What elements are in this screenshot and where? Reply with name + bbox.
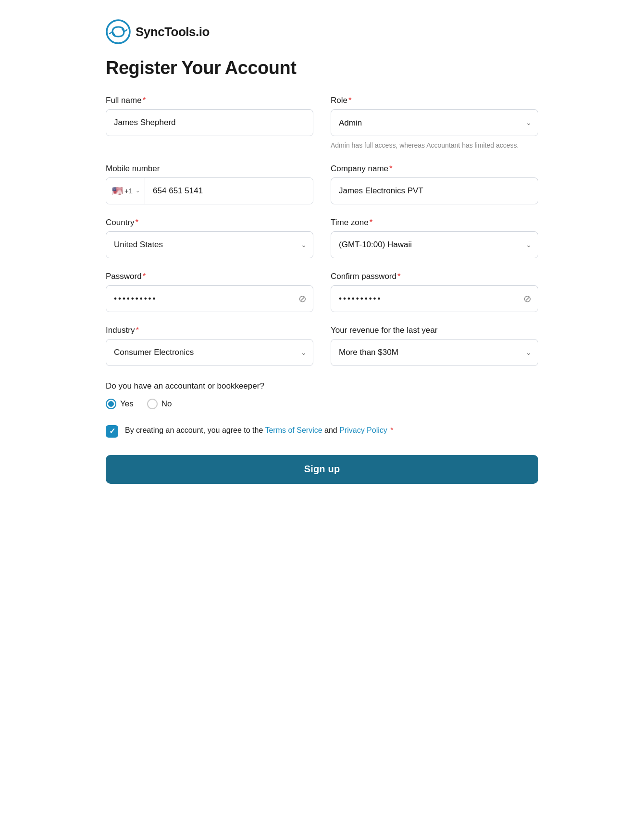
confirm-password-input[interactable]	[331, 285, 538, 312]
company-input[interactable]	[331, 177, 538, 204]
no-radio-button[interactable]	[147, 399, 158, 409]
industry-group: Industry* Consumer Electronics Technolog…	[106, 326, 313, 366]
country-required: *	[136, 218, 139, 227]
accountant-radio-group: Yes No	[106, 399, 538, 409]
timezone-required: *	[370, 218, 373, 227]
revenue-label: Your revenue for the last year	[331, 326, 538, 335]
revenue-select-wrapper: Less than $1M $1M - $10M $10M - $30M Mor…	[331, 339, 538, 366]
phone-group: 🇺🇸 +1 ⌄	[106, 177, 313, 204]
confirm-password-label: Confirm password*	[331, 272, 538, 281]
confirm-password-wrapper: ⊘	[331, 285, 538, 312]
timezone-select[interactable]: (GMT-10:00) Hawaii (GMT-08:00) Pacific (…	[331, 231, 538, 258]
revenue-group: Your revenue for the last year Less than…	[331, 326, 538, 366]
timezone-label: Time zone*	[331, 218, 538, 227]
no-radio-label: No	[161, 399, 172, 409]
revenue-select[interactable]: Less than $1M $1M - $10M $10M - $30M Mor…	[331, 339, 538, 366]
svg-point-0	[107, 20, 130, 43]
role-hint: Admin has full access, whereas Accountan…	[331, 141, 538, 151]
industry-label: Industry*	[106, 326, 313, 335]
logo-text: SyncTools.io	[136, 25, 210, 39]
page-container: SyncTools.io Register Your Account Full …	[91, 0, 553, 513]
country-group: Country* United States Canada United Kin…	[106, 218, 313, 258]
no-radio-option[interactable]: No	[147, 399, 172, 409]
logo-icon	[106, 19, 131, 44]
role-group: Role* Admin Accountant ⌄ Admin has full …	[331, 96, 538, 151]
phone-chevron-icon: ⌄	[136, 188, 140, 194]
logo-area: SyncTools.io	[106, 19, 538, 44]
industry-select-wrapper: Consumer Electronics Technology Finance …	[106, 339, 313, 366]
full-name-group: Full name*	[106, 96, 313, 151]
confirm-password-group: Confirm password* ⊘	[331, 272, 538, 312]
company-group: Company name*	[331, 164, 538, 204]
terms-text: By creating an account, you agree to the…	[125, 425, 393, 436]
country-select[interactable]: United States Canada United Kingdom	[106, 231, 313, 258]
yes-radio-label: Yes	[120, 399, 134, 409]
password-group: Password* ⊘	[106, 272, 313, 312]
terms-checkbox[interactable]: ✓	[106, 425, 118, 438]
phone-code: +1	[124, 187, 133, 195]
confirm-password-toggle-button[interactable]: ⊘	[523, 293, 532, 304]
registration-form: Full name* Role* Admin Accountant ⌄ Admi…	[106, 96, 538, 484]
role-label: Role*	[331, 96, 538, 105]
timezone-select-wrapper: (GMT-10:00) Hawaii (GMT-08:00) Pacific (…	[331, 231, 538, 258]
full-name-required: *	[143, 96, 146, 105]
timezone-group: Time zone* (GMT-10:00) Hawaii (GMT-08:00…	[331, 218, 538, 258]
password-wrapper: ⊘	[106, 285, 313, 312]
password-input[interactable]	[106, 285, 313, 312]
terms-group: ✓ By creating an account, you agree to t…	[106, 425, 538, 438]
company-required: *	[389, 164, 393, 173]
role-select[interactable]: Admin Accountant	[331, 109, 538, 136]
privacy-policy-link[interactable]: Privacy Policy	[339, 426, 387, 434]
logo-tools: Tools.io	[164, 25, 210, 39]
password-label: Password*	[106, 272, 313, 281]
yes-radio-button[interactable]	[106, 399, 116, 409]
company-label: Company name*	[331, 164, 538, 174]
industry-select[interactable]: Consumer Electronics Technology Finance	[106, 339, 313, 366]
full-name-input[interactable]	[106, 109, 313, 136]
phone-number-input[interactable]	[145, 178, 313, 204]
logo-sync: Sync	[136, 25, 164, 39]
country-label: Country*	[106, 218, 313, 227]
signup-button[interactable]: Sign up	[106, 455, 538, 484]
page-title: Register Your Account	[106, 58, 538, 78]
industry-required: *	[136, 326, 139, 335]
mobile-group: Mobile number 🇺🇸 +1 ⌄	[106, 164, 313, 204]
phone-flag: 🇺🇸	[112, 186, 123, 196]
terms-required-star: *	[390, 426, 393, 434]
mobile-label: Mobile number	[106, 164, 313, 174]
password-required: *	[143, 272, 146, 281]
checkbox-check-icon: ✓	[109, 427, 115, 436]
phone-country-selector[interactable]: 🇺🇸 +1 ⌄	[106, 178, 145, 204]
country-select-wrapper: United States Canada United Kingdom ⌄	[106, 231, 313, 258]
full-name-label: Full name*	[106, 96, 313, 105]
role-required: *	[348, 96, 352, 105]
yes-radio-option[interactable]: Yes	[106, 399, 134, 409]
password-toggle-button[interactable]: ⊘	[298, 293, 307, 304]
confirm-password-required: *	[397, 272, 401, 281]
accountant-question: Do you have an accountant or bookkeeper?	[106, 381, 538, 391]
role-select-wrapper: Admin Accountant ⌄	[331, 109, 538, 136]
terms-of-service-link[interactable]: Terms of Service	[265, 426, 322, 434]
